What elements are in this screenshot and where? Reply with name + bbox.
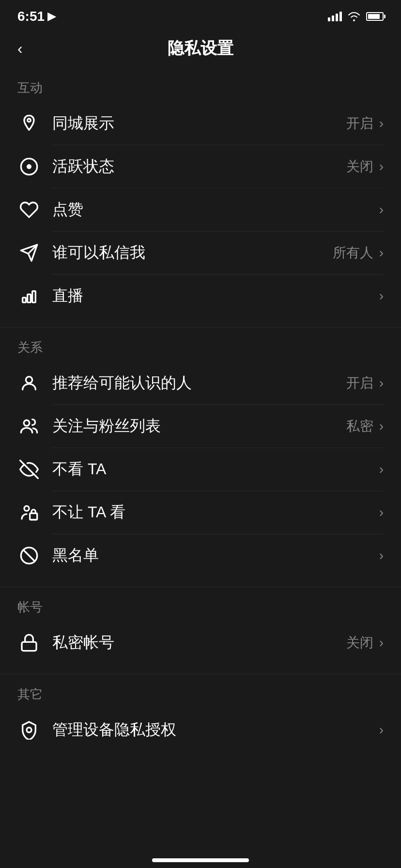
follow-list-label: 关注与粉丝列表: [52, 416, 346, 437]
section-label-other: 其它: [0, 674, 401, 709]
dm-label: 谁可以私信我: [52, 242, 333, 264]
recommend-label: 推荐给可能认识的人: [52, 372, 346, 394]
svg-point-8: [26, 377, 32, 383]
not-let-see-chevron: ›: [379, 505, 384, 520]
setting-row-nearby[interactable]: 同城展示 开启 ›: [0, 102, 401, 145]
svg-point-11: [24, 506, 29, 511]
active-status-chevron: ›: [379, 159, 384, 174]
blacklist-chevron: ›: [379, 548, 384, 563]
recommend-value: 开启: [346, 374, 373, 392]
wifi-icon: [348, 12, 360, 21]
section-interaction: 互动 同城展示 开启 › 活跃状态 关闭 ›: [0, 68, 401, 317]
setting-row-live[interactable]: 直播 ›: [0, 275, 401, 317]
not-let-see-label: 不让 TA 看: [52, 502, 373, 523]
blacklist-label: 黑名单: [52, 545, 373, 566]
not-see-label: 不看 TA: [52, 459, 373, 480]
setting-row-not-let-see[interactable]: 不让 TA 看 ›: [0, 491, 401, 534]
setting-row-dm[interactable]: 谁可以私信我 所有人 ›: [0, 232, 401, 274]
follow-list-chevron: ›: [379, 418, 384, 434]
svg-rect-6: [28, 294, 31, 303]
svg-point-2: [27, 164, 31, 169]
private-account-chevron: ›: [379, 635, 384, 651]
dm-value: 所有人: [333, 244, 373, 262]
status-time: 6:51 ▶: [17, 9, 56, 24]
location-arrow-icon: ▶: [47, 10, 56, 23]
svg-point-0: [28, 119, 31, 122]
nearby-label: 同城展示: [52, 113, 346, 134]
setting-row-device-privacy[interactable]: 管理设备隐私授权 ›: [0, 709, 401, 751]
svg-rect-15: [22, 642, 36, 651]
eye-off-icon: [17, 458, 41, 481]
setting-row-not-see[interactable]: 不看 TA ›: [0, 448, 401, 491]
send-icon: [17, 241, 41, 264]
section-account: 帐号 私密帐号 关闭 ›: [0, 587, 401, 664]
section-other: 其它 管理设备隐私授权 ›: [0, 674, 401, 751]
svg-rect-12: [30, 513, 37, 520]
time-text: 6:51: [17, 9, 45, 24]
likes-chevron: ›: [379, 202, 384, 217]
status-icons: [328, 12, 384, 21]
active-status-icon: [17, 155, 41, 178]
recommend-chevron: ›: [379, 375, 384, 391]
friends-icon: [17, 415, 41, 438]
ban-icon: [17, 544, 41, 567]
private-account-value: 关闭: [346, 634, 373, 652]
svg-point-16: [27, 728, 31, 732]
live-label: 直播: [52, 285, 373, 307]
live-icon: [17, 284, 41, 308]
section-label-relations: 关系: [0, 327, 401, 362]
likes-label: 点赞: [52, 199, 373, 220]
section-label-account: 帐号: [0, 587, 401, 621]
heart-icon: [17, 198, 41, 221]
nearby-chevron: ›: [379, 116, 384, 131]
dm-chevron: ›: [379, 245, 384, 261]
setting-row-recommend[interactable]: 推荐给可能认识的人 开启 ›: [0, 362, 401, 404]
active-status-label: 活跃状态: [52, 156, 346, 177]
private-account-label: 私密帐号: [52, 632, 346, 653]
shield-icon: [17, 718, 41, 742]
svg-line-14: [23, 550, 35, 561]
setting-row-private-account[interactable]: 私密帐号 关闭 ›: [0, 621, 401, 664]
nav-header: ‹ 隐私设置: [0, 29, 401, 68]
lock-icon: [17, 631, 41, 654]
signal-icon: [328, 12, 342, 21]
setting-row-follow-list[interactable]: 关注与粉丝列表 私密 ›: [0, 405, 401, 448]
setting-row-active-status[interactable]: 活跃状态 关闭 ›: [0, 145, 401, 188]
svg-rect-5: [23, 297, 26, 302]
device-privacy-label: 管理设备隐私授权: [52, 719, 373, 741]
nearby-value: 开启: [346, 114, 373, 133]
person-icon: [17, 372, 41, 395]
setting-row-likes[interactable]: 点赞 ›: [0, 188, 401, 231]
home-indicator: [152, 858, 249, 862]
svg-point-9: [24, 420, 30, 426]
battery-icon: [366, 12, 384, 21]
active-status-value: 关闭: [346, 157, 373, 176]
follow-list-value: 私密: [346, 417, 373, 435]
section-relations: 关系 推荐给可能认识的人 开启 › 关注与粉丝列表 私密 ›: [0, 327, 401, 577]
setting-row-blacklist[interactable]: 黑名单 ›: [0, 534, 401, 577]
back-button[interactable]: ‹: [17, 40, 23, 58]
location-icon: [17, 112, 41, 135]
lock-person-icon: [17, 501, 41, 524]
page-title: 隐私设置: [168, 37, 233, 60]
device-privacy-chevron: ›: [379, 722, 384, 738]
status-bar: 6:51 ▶: [0, 0, 401, 29]
section-label-interaction: 互动: [0, 68, 401, 102]
not-see-chevron: ›: [379, 462, 384, 477]
live-chevron: ›: [379, 288, 384, 304]
svg-rect-7: [32, 291, 36, 302]
